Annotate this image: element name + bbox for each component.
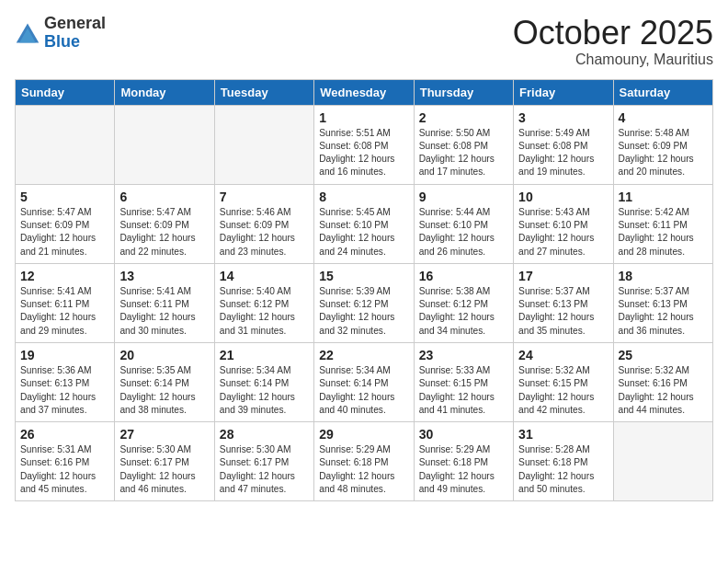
day-number: 17	[518, 269, 608, 283]
calendar-cell: 16Sunrise: 5:38 AM Sunset: 6:12 PM Dayli…	[414, 263, 513, 342]
calendar-cell: 10Sunrise: 5:43 AM Sunset: 6:10 PM Dayli…	[514, 184, 613, 263]
day-info: Sunrise: 5:51 AM Sunset: 6:08 PM Dayligh…	[319, 127, 408, 179]
day-number: 16	[419, 269, 508, 283]
calendar-cell: 15Sunrise: 5:39 AM Sunset: 6:12 PM Dayli…	[314, 263, 414, 342]
day-number: 4	[619, 110, 708, 125]
day-number: 27	[119, 427, 209, 442]
day-number: 13	[119, 269, 209, 283]
day-info: Sunrise: 5:32 AM Sunset: 6:16 PM Dayligh…	[619, 364, 708, 417]
day-number: 7	[220, 190, 309, 204]
calendar-cell: 13Sunrise: 5:41 AM Sunset: 6:11 PM Dayli…	[115, 263, 214, 342]
day-info: Sunrise: 5:34 AM Sunset: 6:14 PM Dayligh…	[220, 364, 309, 417]
calendar-cell: 17Sunrise: 5:37 AM Sunset: 6:13 PM Dayli…	[514, 263, 613, 342]
calendar-cell: 2Sunrise: 5:50 AM Sunset: 6:08 PM Daylig…	[414, 105, 513, 184]
calendar-cell	[115, 105, 214, 184]
day-info: Sunrise: 5:28 AM Sunset: 6:18 PM Dayligh…	[518, 443, 608, 496]
day-info: Sunrise: 5:31 AM Sunset: 6:16 PM Dayligh…	[20, 443, 109, 496]
month-title: October 2025	[513, 15, 713, 52]
weekday-header: Friday	[514, 79, 613, 105]
day-number: 19	[20, 348, 109, 362]
day-info: Sunrise: 5:50 AM Sunset: 6:08 PM Dayligh…	[419, 127, 508, 179]
day-number: 9	[419, 190, 508, 204]
calendar-cell: 21Sunrise: 5:34 AM Sunset: 6:14 PM Dayli…	[214, 342, 313, 421]
calendar-cell: 27Sunrise: 5:30 AM Sunset: 6:17 PM Dayli…	[115, 422, 214, 501]
calendar-cell: 12Sunrise: 5:41 AM Sunset: 6:11 PM Dayli…	[16, 263, 115, 342]
calendar-week-row: 5Sunrise: 5:47 AM Sunset: 6:09 PM Daylig…	[16, 184, 713, 263]
day-info: Sunrise: 5:36 AM Sunset: 6:13 PM Dayligh…	[20, 364, 109, 417]
calendar-cell: 6Sunrise: 5:47 AM Sunset: 6:09 PM Daylig…	[115, 184, 214, 263]
calendar-cell: 3Sunrise: 5:49 AM Sunset: 6:08 PM Daylig…	[514, 105, 613, 184]
calendar-cell: 7Sunrise: 5:46 AM Sunset: 6:09 PM Daylig…	[214, 184, 313, 263]
day-number: 29	[319, 427, 408, 442]
logo: General Blue	[15, 15, 106, 52]
day-info: Sunrise: 5:32 AM Sunset: 6:15 PM Dayligh…	[518, 364, 608, 417]
day-info: Sunrise: 5:37 AM Sunset: 6:13 PM Dayligh…	[518, 285, 608, 338]
calendar-cell: 30Sunrise: 5:29 AM Sunset: 6:18 PM Dayli…	[414, 422, 513, 501]
day-info: Sunrise: 5:30 AM Sunset: 6:17 PM Dayligh…	[119, 443, 209, 496]
calendar-week-row: 19Sunrise: 5:36 AM Sunset: 6:13 PM Dayli…	[16, 342, 713, 421]
day-number: 14	[220, 269, 309, 283]
day-info: Sunrise: 5:33 AM Sunset: 6:15 PM Dayligh…	[419, 364, 508, 417]
calendar-table: SundayMondayTuesdayWednesdayThursdayFrid…	[15, 79, 713, 502]
day-info: Sunrise: 5:48 AM Sunset: 6:09 PM Dayligh…	[619, 127, 708, 179]
day-number: 10	[518, 190, 608, 204]
day-info: Sunrise: 5:40 AM Sunset: 6:12 PM Dayligh…	[220, 285, 309, 338]
day-number: 2	[419, 110, 508, 125]
calendar-week-row: 1Sunrise: 5:51 AM Sunset: 6:08 PM Daylig…	[16, 105, 713, 184]
weekday-header: Wednesday	[314, 79, 414, 105]
page-header: General Blue October 2025 Chamouny, Maur…	[15, 15, 713, 68]
calendar-cell: 1Sunrise: 5:51 AM Sunset: 6:08 PM Daylig…	[314, 105, 414, 184]
day-number: 12	[20, 269, 109, 283]
calendar-cell: 5Sunrise: 5:47 AM Sunset: 6:09 PM Daylig…	[16, 184, 115, 263]
day-info: Sunrise: 5:45 AM Sunset: 6:10 PM Dayligh…	[319, 206, 408, 259]
day-info: Sunrise: 5:47 AM Sunset: 6:09 PM Dayligh…	[119, 206, 209, 259]
day-info: Sunrise: 5:29 AM Sunset: 6:18 PM Dayligh…	[319, 443, 408, 496]
day-number: 1	[319, 110, 408, 125]
logo-icon	[15, 20, 40, 46]
day-info: Sunrise: 5:43 AM Sunset: 6:10 PM Dayligh…	[518, 206, 608, 259]
location-subtitle: Chamouny, Mauritius	[513, 52, 713, 68]
day-info: Sunrise: 5:29 AM Sunset: 6:18 PM Dayligh…	[419, 443, 508, 496]
calendar-week-row: 12Sunrise: 5:41 AM Sunset: 6:11 PM Dayli…	[16, 263, 713, 342]
calendar-cell: 22Sunrise: 5:34 AM Sunset: 6:14 PM Dayli…	[314, 342, 414, 421]
calendar-cell	[16, 105, 115, 184]
day-info: Sunrise: 5:49 AM Sunset: 6:08 PM Dayligh…	[518, 127, 608, 179]
calendar-cell: 26Sunrise: 5:31 AM Sunset: 6:16 PM Dayli…	[16, 422, 115, 501]
day-number: 11	[619, 190, 708, 204]
day-info: Sunrise: 5:41 AM Sunset: 6:11 PM Dayligh…	[119, 285, 209, 338]
day-info: Sunrise: 5:30 AM Sunset: 6:17 PM Dayligh…	[220, 443, 309, 496]
day-info: Sunrise: 5:39 AM Sunset: 6:12 PM Dayligh…	[319, 285, 408, 338]
calendar-cell: 20Sunrise: 5:35 AM Sunset: 6:14 PM Dayli…	[115, 342, 214, 421]
day-number: 31	[518, 427, 608, 442]
calendar-cell	[214, 105, 313, 184]
calendar-cell: 9Sunrise: 5:44 AM Sunset: 6:10 PM Daylig…	[414, 184, 513, 263]
day-info: Sunrise: 5:44 AM Sunset: 6:10 PM Dayligh…	[419, 206, 508, 259]
day-number: 25	[619, 348, 708, 362]
title-block: October 2025 Chamouny, Mauritius	[513, 15, 713, 68]
calendar-cell: 18Sunrise: 5:37 AM Sunset: 6:13 PM Dayli…	[613, 263, 712, 342]
day-number: 26	[20, 427, 109, 442]
day-number: 23	[419, 348, 508, 362]
day-info: Sunrise: 5:41 AM Sunset: 6:11 PM Dayligh…	[20, 285, 109, 338]
day-info: Sunrise: 5:38 AM Sunset: 6:12 PM Dayligh…	[419, 285, 508, 338]
day-info: Sunrise: 5:47 AM Sunset: 6:09 PM Dayligh…	[20, 206, 109, 259]
day-number: 18	[619, 269, 708, 283]
weekday-header: Saturday	[613, 79, 712, 105]
calendar-cell: 23Sunrise: 5:33 AM Sunset: 6:15 PM Dayli…	[414, 342, 513, 421]
day-info: Sunrise: 5:37 AM Sunset: 6:13 PM Dayligh…	[619, 285, 708, 338]
day-info: Sunrise: 5:46 AM Sunset: 6:09 PM Dayligh…	[220, 206, 309, 259]
calendar-cell: 19Sunrise: 5:36 AM Sunset: 6:13 PM Dayli…	[16, 342, 115, 421]
day-info: Sunrise: 5:42 AM Sunset: 6:11 PM Dayligh…	[619, 206, 708, 259]
calendar-cell: 11Sunrise: 5:42 AM Sunset: 6:11 PM Dayli…	[613, 184, 712, 263]
weekday-header: Monday	[115, 79, 214, 105]
day-number: 3	[518, 110, 608, 125]
day-number: 28	[220, 427, 309, 442]
calendar-week-row: 26Sunrise: 5:31 AM Sunset: 6:16 PM Dayli…	[16, 422, 713, 501]
day-number: 15	[319, 269, 408, 283]
weekday-header: Thursday	[414, 79, 513, 105]
day-number: 20	[119, 348, 209, 362]
calendar-cell: 14Sunrise: 5:40 AM Sunset: 6:12 PM Dayli…	[214, 263, 313, 342]
day-number: 22	[319, 348, 408, 362]
day-number: 24	[518, 348, 608, 362]
weekday-header: Sunday	[16, 79, 115, 105]
